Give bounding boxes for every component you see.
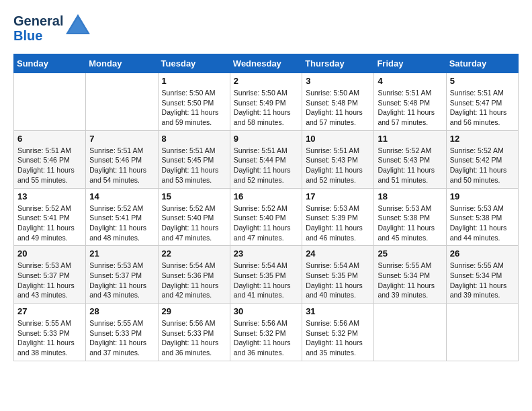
day-info: Sunrise: 5:51 AM Sunset: 5:45 PM Dayligh… [162, 146, 226, 185]
calendar-cell [86, 73, 158, 131]
logo-line1: General [13, 13, 63, 28]
day-info: Sunrise: 5:52 AM Sunset: 5:41 PM Dayligh… [89, 203, 154, 243]
day-info: Sunrise: 5:50 AM Sunset: 5:50 PM Dayligh… [162, 88, 226, 128]
day-info: Sunrise: 5:53 AM Sunset: 5:37 PM Dayligh… [89, 261, 154, 300]
day-info: Sunrise: 5:50 AM Sunset: 5:49 PM Dayligh… [234, 88, 298, 128]
day-number: 6 [17, 134, 82, 144]
calendar-week-3: 13Sunrise: 5:52 AM Sunset: 5:41 PM Dayli… [14, 188, 519, 246]
day-number: 21 [89, 248, 154, 259]
day-info: Sunrise: 5:52 AM Sunset: 5:42 PM Dayligh… [450, 146, 515, 185]
calendar-cell: 29Sunrise: 5:56 AM Sunset: 5:33 PM Dayli… [158, 304, 230, 361]
day-number: 19 [450, 191, 515, 201]
logo: General Blue [13, 13, 90, 43]
day-number: 4 [378, 76, 442, 86]
day-info: Sunrise: 5:51 AM Sunset: 5:48 PM Dayligh… [378, 88, 442, 128]
calendar-week-5: 27Sunrise: 5:55 AM Sunset: 5:33 PM Dayli… [14, 304, 519, 361]
calendar-cell: 14Sunrise: 5:52 AM Sunset: 5:41 PM Dayli… [86, 188, 158, 246]
day-number: 27 [17, 306, 82, 316]
weekday-header-thursday: Thursday [302, 54, 374, 73]
day-info: Sunrise: 5:55 AM Sunset: 5:34 PM Dayligh… [378, 261, 442, 300]
calendar-cell: 6Sunrise: 5:51 AM Sunset: 5:46 PM Daylig… [14, 130, 86, 188]
calendar-cell: 8Sunrise: 5:51 AM Sunset: 5:45 PM Daylig… [158, 130, 230, 188]
calendar-week-2: 6Sunrise: 5:51 AM Sunset: 5:46 PM Daylig… [14, 130, 519, 188]
calendar-cell: 13Sunrise: 5:52 AM Sunset: 5:41 PM Dayli… [14, 188, 86, 246]
day-info: Sunrise: 5:51 AM Sunset: 5:46 PM Dayligh… [89, 146, 154, 185]
calendar-cell [374, 304, 446, 361]
day-number: 3 [306, 76, 370, 86]
calendar-cell [446, 304, 518, 361]
calendar-cell: 4Sunrise: 5:51 AM Sunset: 5:48 PM Daylig… [374, 73, 446, 131]
day-info: Sunrise: 5:55 AM Sunset: 5:34 PM Dayligh… [450, 261, 515, 300]
day-number: 17 [306, 191, 370, 201]
day-number: 29 [162, 306, 226, 316]
day-info: Sunrise: 5:52 AM Sunset: 5:43 PM Dayligh… [378, 146, 442, 185]
calendar-cell: 9Sunrise: 5:51 AM Sunset: 5:44 PM Daylig… [230, 130, 302, 188]
calendar-week-1: 1Sunrise: 5:50 AM Sunset: 5:50 PM Daylig… [14, 73, 519, 131]
day-number: 12 [450, 134, 515, 144]
day-number: 20 [17, 248, 82, 259]
day-number: 2 [234, 76, 298, 86]
calendar-cell: 2Sunrise: 5:50 AM Sunset: 5:49 PM Daylig… [230, 73, 302, 131]
weekday-header-tuesday: Tuesday [158, 54, 230, 73]
calendar-cell: 15Sunrise: 5:52 AM Sunset: 5:40 PM Dayli… [158, 188, 230, 246]
calendar-cell: 27Sunrise: 5:55 AM Sunset: 5:33 PM Dayli… [14, 304, 86, 361]
weekday-header-monday: Monday [86, 54, 158, 73]
page-header: General Blue [13, 13, 519, 43]
day-number: 18 [378, 191, 442, 201]
day-info: Sunrise: 5:51 AM Sunset: 5:47 PM Dayligh… [450, 88, 515, 128]
weekday-header-saturday: Saturday [446, 54, 518, 73]
day-number: 28 [89, 306, 154, 316]
calendar-cell: 11Sunrise: 5:52 AM Sunset: 5:43 PM Dayli… [374, 130, 446, 188]
calendar-cell: 31Sunrise: 5:56 AM Sunset: 5:32 PM Dayli… [302, 304, 374, 361]
day-number: 13 [17, 191, 82, 201]
calendar-cell: 26Sunrise: 5:55 AM Sunset: 5:34 PM Dayli… [446, 246, 518, 304]
weekday-header-row: SundayMondayTuesdayWednesdayThursdayFrid… [14, 54, 519, 73]
calendar-cell: 21Sunrise: 5:53 AM Sunset: 5:37 PM Dayli… [86, 246, 158, 304]
day-number: 25 [378, 248, 442, 259]
day-info: Sunrise: 5:52 AM Sunset: 5:41 PM Dayligh… [17, 203, 82, 243]
calendar-cell: 19Sunrise: 5:53 AM Sunset: 5:38 PM Dayli… [446, 188, 518, 246]
day-number: 30 [234, 306, 298, 316]
calendar-cell: 16Sunrise: 5:52 AM Sunset: 5:40 PM Dayli… [230, 188, 302, 246]
day-info: Sunrise: 5:56 AM Sunset: 5:32 PM Dayligh… [306, 318, 370, 358]
day-number: 26 [450, 248, 515, 259]
logo-line2: Blue [13, 28, 63, 43]
calendar-cell: 22Sunrise: 5:54 AM Sunset: 5:36 PM Dayli… [158, 246, 230, 304]
day-info: Sunrise: 5:51 AM Sunset: 5:43 PM Dayligh… [306, 146, 370, 185]
calendar-cell: 28Sunrise: 5:55 AM Sunset: 5:33 PM Dayli… [86, 304, 158, 361]
day-info: Sunrise: 5:53 AM Sunset: 5:38 PM Dayligh… [450, 203, 515, 243]
calendar-cell: 1Sunrise: 5:50 AM Sunset: 5:50 PM Daylig… [158, 73, 230, 131]
day-number: 16 [234, 191, 298, 201]
day-info: Sunrise: 5:53 AM Sunset: 5:39 PM Dayligh… [306, 203, 370, 243]
calendar-week-4: 20Sunrise: 5:53 AM Sunset: 5:37 PM Dayli… [14, 246, 519, 304]
day-number: 1 [162, 76, 226, 86]
day-info: Sunrise: 5:56 AM Sunset: 5:33 PM Dayligh… [162, 318, 226, 358]
day-number: 15 [162, 191, 226, 201]
calendar-cell: 24Sunrise: 5:54 AM Sunset: 5:35 PM Dayli… [302, 246, 374, 304]
calendar-cell: 23Sunrise: 5:54 AM Sunset: 5:35 PM Dayli… [230, 246, 302, 304]
day-info: Sunrise: 5:51 AM Sunset: 5:44 PM Dayligh… [234, 146, 298, 185]
day-info: Sunrise: 5:53 AM Sunset: 5:37 PM Dayligh… [17, 261, 82, 300]
day-number: 7 [89, 134, 154, 144]
calendar-cell: 12Sunrise: 5:52 AM Sunset: 5:42 PM Dayli… [446, 130, 518, 188]
calendar-cell: 17Sunrise: 5:53 AM Sunset: 5:39 PM Dayli… [302, 188, 374, 246]
day-number: 8 [162, 134, 226, 144]
day-info: Sunrise: 5:54 AM Sunset: 5:35 PM Dayligh… [306, 261, 370, 300]
day-number: 9 [234, 134, 298, 144]
day-info: Sunrise: 5:52 AM Sunset: 5:40 PM Dayligh… [162, 203, 226, 243]
calendar-cell: 10Sunrise: 5:51 AM Sunset: 5:43 PM Dayli… [302, 130, 374, 188]
day-info: Sunrise: 5:51 AM Sunset: 5:46 PM Dayligh… [17, 146, 82, 185]
day-number: 22 [162, 248, 226, 259]
day-info: Sunrise: 5:52 AM Sunset: 5:40 PM Dayligh… [234, 203, 298, 243]
calendar-cell: 20Sunrise: 5:53 AM Sunset: 5:37 PM Dayli… [14, 246, 86, 304]
day-number: 11 [378, 134, 442, 144]
day-info: Sunrise: 5:56 AM Sunset: 5:32 PM Dayligh… [234, 318, 298, 358]
day-number: 10 [306, 134, 370, 144]
day-info: Sunrise: 5:55 AM Sunset: 5:33 PM Dayligh… [17, 318, 82, 358]
calendar-cell: 7Sunrise: 5:51 AM Sunset: 5:46 PM Daylig… [86, 130, 158, 188]
weekday-header-sunday: Sunday [14, 54, 86, 73]
day-number: 31 [306, 306, 370, 316]
calendar-table: SundayMondayTuesdayWednesdayThursdayFrid… [13, 54, 519, 361]
day-number: 14 [89, 191, 154, 201]
calendar-cell [14, 73, 86, 131]
